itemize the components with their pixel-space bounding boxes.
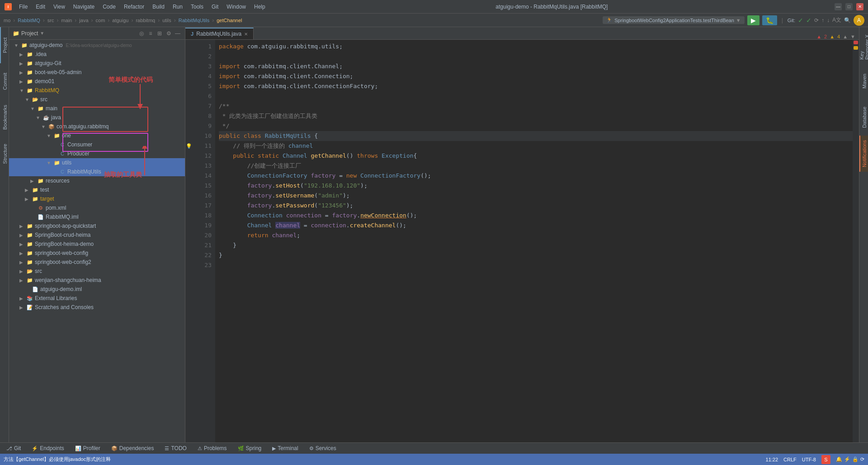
folder-icon-test: 📁 bbox=[32, 187, 39, 193]
panel-header: 📁 Project ▼ ◎ ≡ ⊞ ⚙ — bbox=[9, 27, 185, 40]
folder-icon-boot-web: 📁 bbox=[26, 69, 33, 75]
tree-item-external-libs[interactable]: ▶ 📚 External Libraries bbox=[9, 294, 185, 303]
bottom-tab-problems[interactable]: ⚠ Problems bbox=[195, 444, 230, 452]
menu-build[interactable]: Build bbox=[149, 3, 168, 11]
tree-item-com-package[interactable]: ▼ 📦 com.atguigu.rabbitmq bbox=[9, 122, 185, 131]
user-avatar[interactable]: A bbox=[854, 15, 864, 26]
nav-class[interactable]: RabbitMqUtils bbox=[179, 18, 209, 23]
close-button[interactable]: ✕ bbox=[856, 3, 863, 10]
tree-label-wenjian: wenjian-shangchuan-heima bbox=[35, 277, 101, 283]
tree-item-springboot-aop[interactable]: ▶ 📁 springboot-aop-quickstart bbox=[9, 221, 185, 230]
tab-rabbitmqutils[interactable]: J RabbitMqUtils.java ✕ bbox=[185, 28, 254, 39]
tree-item-one[interactable]: ▼ 📁 one bbox=[9, 131, 185, 140]
bottom-tab-endpoints[interactable]: ⚡ Endpoints bbox=[29, 444, 66, 452]
tree-item-root[interactable]: ▼ 📁 atguigu-demo E:\idea-workspace\atgui… bbox=[9, 41, 185, 50]
tree-item-demo01[interactable]: ▶ 📁 demo01 bbox=[9, 77, 185, 86]
tree-item-utils[interactable]: ▼ 📁 utils bbox=[9, 158, 185, 167]
menu-run[interactable]: Run bbox=[169, 3, 186, 11]
tree-item-springboot-heima[interactable]: ▶ 📁 SpringBoot-heima-demo bbox=[9, 240, 185, 249]
tree-item-springboot-web-config[interactable]: ▶ 📁 springboot-web-config bbox=[9, 249, 185, 258]
tree-item-consumer[interactable]: ▶ C Consumer bbox=[9, 140, 185, 149]
code-editor[interactable]: package com.atguigu.rabbitmq.utils; impo… bbox=[215, 40, 859, 442]
menu-edit[interactable]: Edit bbox=[32, 3, 49, 11]
tree-item-springboot-crud[interactable]: ▶ 📁 SpringBoot-crud-heima bbox=[9, 230, 185, 240]
code-line-11: // 得到一个连接的 channel bbox=[219, 141, 855, 151]
sidebar-right-notifications[interactable]: Notifications bbox=[859, 136, 868, 172]
tree-item-atguigu-iml[interactable]: ▶ 📄 atguigu-demo.iml bbox=[9, 285, 185, 294]
menu-file[interactable]: File bbox=[15, 3, 31, 11]
tree-item-test[interactable]: ▶ 📁 test bbox=[9, 185, 185, 194]
run-config-selector[interactable]: 🏃 SpringbootWebConfig2ApplicationTests.t… bbox=[603, 16, 744, 24]
run-config-label: SpringbootWebConfig2ApplicationTests.tes… bbox=[614, 18, 734, 23]
bottom-tab-spring[interactable]: 🌿 Spring bbox=[235, 444, 264, 452]
maximize-button[interactable]: □ bbox=[845, 3, 853, 10]
tree-item-main[interactable]: ▼ 📁 main bbox=[9, 104, 185, 113]
tree-arrow-springboot-heima: ▶ bbox=[19, 242, 25, 247]
panel-settings-btn[interactable]: ⚙ bbox=[165, 30, 172, 37]
sidebar-project[interactable]: Project bbox=[0, 27, 9, 63]
panel-expand-btn[interactable]: ⊞ bbox=[156, 30, 163, 37]
bottom-tab-todo[interactable]: ☰ TODO bbox=[162, 444, 189, 452]
translate-icon[interactable]: A文 bbox=[832, 16, 841, 24]
sidebar-right-key-promoter[interactable]: Key Promoter X bbox=[859, 27, 868, 63]
menu-view[interactable]: View bbox=[50, 3, 69, 11]
search-icon[interactable]: 🔍 bbox=[844, 17, 851, 23]
tree-arrow-boot-web: ▶ bbox=[19, 70, 25, 75]
menu-navigate[interactable]: Navigate bbox=[70, 3, 98, 11]
warnings-up-btn[interactable]: ▲ bbox=[843, 34, 848, 39]
menu-refactor[interactable]: Refactor bbox=[120, 3, 148, 11]
minimize-button[interactable]: — bbox=[835, 3, 842, 10]
tree-item-target[interactable]: ▶ 📁 target bbox=[9, 194, 185, 203]
run-button[interactable]: ▶ bbox=[747, 15, 760, 25]
tree-item-rabbitmq-iml[interactable]: ▶ 📄 RabbitMQ.iml bbox=[9, 212, 185, 221]
tree-item-src2[interactable]: ▶ 📂 src bbox=[9, 267, 185, 276]
tree-item-atguigu-git[interactable]: ▶ 📁 atguigu-Git bbox=[9, 59, 185, 68]
git-check2-icon[interactable]: ✓ bbox=[806, 17, 811, 24]
git-push-icon[interactable]: ↑ bbox=[821, 17, 824, 23]
bottom-tab-profiler[interactable]: 📊 Profiler bbox=[72, 444, 103, 452]
tree-arrow-springboot-crud: ▶ bbox=[19, 233, 25, 238]
panel-collapse-btn[interactable]: ≡ bbox=[147, 30, 154, 37]
sidebar-bookmarks[interactable]: Bookmarks bbox=[0, 99, 9, 136]
tree-item-rabbitmqutils[interactable]: ▶ C RabbitMqUtils bbox=[9, 167, 185, 176]
menu-window[interactable]: Window bbox=[223, 3, 250, 11]
menu-git[interactable]: Git bbox=[208, 3, 222, 11]
sidebar-right-database[interactable]: Database bbox=[859, 99, 868, 136]
warnings-down-btn[interactable]: ▼ bbox=[850, 34, 855, 39]
code-line-22: } bbox=[219, 250, 855, 260]
git-update-icon[interactable]: ⟳ bbox=[814, 17, 819, 23]
menu-code[interactable]: Code bbox=[99, 3, 119, 11]
tree-item-wenjian[interactable]: ▶ 📁 wenjian-shangchuan-heima bbox=[9, 276, 185, 285]
bottom-tab-dependencies[interactable]: 📦 Dependencies bbox=[108, 444, 157, 452]
folder-icon-utils: 📁 bbox=[53, 160, 61, 166]
sidebar-commit[interactable]: Commit bbox=[0, 63, 9, 99]
panel-hide-btn[interactable]: — bbox=[174, 30, 181, 37]
tree-item-java[interactable]: ▼ ☕ java bbox=[9, 113, 185, 122]
tree-item-boot-web[interactable]: ▶ 📁 boot-web-05-admin bbox=[9, 68, 185, 77]
tree-label-utils: utils bbox=[62, 160, 71, 166]
nav-rabbitmq[interactable]: RabbitMQ bbox=[18, 18, 40, 23]
tree-item-idea[interactable]: ▶ 📁 .idea bbox=[9, 50, 185, 59]
tree-item-springboot-web-config2[interactable]: ▶ 📁 springboot-web-config2 bbox=[9, 258, 185, 267]
git-pull-icon[interactable]: ↓ bbox=[827, 17, 830, 23]
bottom-tab-services[interactable]: ⚙ Services bbox=[307, 444, 339, 452]
sidebar-structure[interactable]: Structure bbox=[0, 136, 9, 172]
menu-help[interactable]: Help bbox=[250, 3, 269, 11]
tree-item-pom[interactable]: ▶ ⚙ pom.xml bbox=[9, 203, 185, 212]
nav-mo[interactable]: mo bbox=[4, 18, 10, 23]
sidebar-right-notifications-label: Notifications bbox=[861, 136, 868, 171]
tree-item-producer[interactable]: ▶ C Producer bbox=[9, 149, 185, 158]
panel-locate-btn[interactable]: ◎ bbox=[138, 30, 145, 37]
sidebar-right-maven[interactable]: Maven bbox=[859, 63, 868, 99]
tree-item-rabbitmq[interactable]: ▼ 📁 RabbitMQ bbox=[9, 86, 185, 95]
bottom-tab-terminal[interactable]: ▶ Terminal bbox=[269, 444, 301, 452]
git-check-icon[interactable]: ✓ bbox=[798, 17, 803, 24]
tree-item-src[interactable]: ▼ 📂 src bbox=[9, 95, 185, 104]
debug-button[interactable]: 🐛 bbox=[762, 15, 777, 25]
tree-label-springboot-web-config2: springboot-web-config2 bbox=[35, 259, 91, 265]
bottom-tab-git[interactable]: ⎇ Git bbox=[4, 444, 24, 452]
menu-tools[interactable]: Tools bbox=[187, 3, 207, 11]
tab-close-btn[interactable]: ✕ bbox=[244, 32, 248, 37]
tree-item-scratches[interactable]: ▶ 📝 Scratches and Consoles bbox=[9, 303, 185, 312]
tree-item-resources[interactable]: ▶ 📁 resources bbox=[9, 176, 185, 185]
